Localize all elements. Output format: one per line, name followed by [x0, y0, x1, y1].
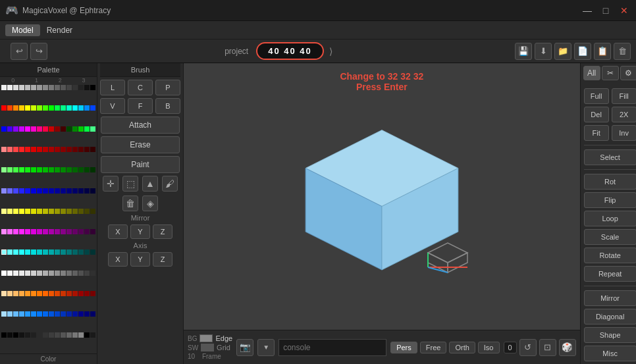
mirror-x-button[interactable]: X: [108, 224, 128, 239]
palette-cell-148[interactable]: [25, 271, 30, 276]
maximize-button[interactable]: □: [599, 4, 612, 17]
palette-cell-48[interactable]: [1, 147, 7, 152]
palette-cell-53[interactable]: [31, 147, 36, 152]
palette-cell-86[interactable]: [37, 188, 42, 194]
palette-cell-72[interactable]: [49, 167, 54, 172]
menu-model[interactable]: Model: [5, 24, 40, 36]
palette-cell-83[interactable]: [19, 188, 24, 194]
menu-render[interactable]: Render: [40, 24, 79, 36]
palette-cell-133[interactable]: [31, 249, 36, 255]
palette-cell-2[interactable]: [13, 85, 18, 90]
palette-cell-131[interactable]: [19, 249, 24, 255]
palette-cell-118[interactable]: [37, 229, 42, 234]
palette-cell-65[interactable]: [7, 167, 13, 172]
diagonal-button[interactable]: Diagonal: [584, 309, 636, 325]
palette-cell-82[interactable]: [13, 188, 18, 194]
palette-cell-56[interactable]: [49, 147, 54, 152]
open-folder-button[interactable]: 📁: [554, 43, 571, 60]
flip-button[interactable]: Flip: [584, 192, 636, 208]
palette-cell-36[interactable]: [25, 126, 30, 132]
palette-cell-170[interactable]: [61, 291, 66, 296]
palette-cell-127[interactable]: [90, 229, 95, 234]
palette-cell-178[interactable]: [13, 311, 18, 317]
palette-cell-154[interactable]: [61, 271, 66, 276]
palette-cell-198[interactable]: [37, 332, 42, 338]
palette-cell-176[interactable]: [1, 311, 7, 317]
palette-cell-203[interactable]: [66, 332, 72, 338]
palette-cell-24[interactable]: [49, 105, 54, 111]
palette-cell-121[interactable]: [55, 229, 60, 234]
palette-cell-130[interactable]: [13, 249, 18, 255]
palette-cell-15[interactable]: [90, 85, 95, 90]
palette-cell-180[interactable]: [25, 311, 30, 317]
palette-cell-196[interactable]: [25, 332, 30, 338]
palette-cell-80[interactable]: [1, 188, 7, 194]
palette-cell-49[interactable]: [7, 147, 13, 152]
palette-cell-177[interactable]: [7, 311, 13, 317]
palette-cell-20[interactable]: [25, 105, 30, 111]
palette-cell-145[interactable]: [7, 271, 13, 276]
palette-cell-64[interactable]: [1, 167, 7, 172]
palette-cell-102[interactable]: [37, 209, 42, 214]
palette-cell-70[interactable]: [37, 167, 42, 172]
save-button[interactable]: 💾: [515, 43, 532, 60]
palette-cell-195[interactable]: [19, 332, 24, 338]
palette-cell-23[interactable]: [43, 105, 48, 111]
palette-cell-132[interactable]: [25, 249, 30, 255]
loop-button[interactable]: Loop: [584, 211, 636, 226]
paint-bucket-icon[interactable]: 🖌: [162, 176, 178, 192]
palette-cell-205[interactable]: [78, 332, 84, 338]
palette-cell-190[interactable]: [84, 311, 90, 317]
palette-cell-66[interactable]: [13, 167, 18, 172]
palette-cell-108[interactable]: [72, 209, 78, 214]
palette-cell-22[interactable]: [37, 105, 42, 111]
palette-cell-91[interactable]: [66, 188, 72, 194]
palette-cell-26[interactable]: [61, 105, 66, 111]
palette-cell-89[interactable]: [55, 188, 60, 194]
brush-C[interactable]: C: [128, 80, 153, 95]
palette-cell-105[interactable]: [55, 209, 60, 214]
palette-cell-81[interactable]: [7, 188, 13, 194]
palette-cell-114[interactable]: [13, 229, 18, 234]
palette-cell-94[interactable]: [84, 188, 90, 194]
palette-cell-150[interactable]: [37, 271, 42, 276]
palette-cell-32[interactable]: [1, 126, 7, 132]
rot-button[interactable]: Rot: [584, 174, 636, 190]
palette-cell-28[interactable]: [72, 105, 78, 111]
palette-cell-13[interactable]: [78, 85, 84, 90]
palette-cell-4[interactable]: [25, 85, 30, 90]
move-icon[interactable]: ✛: [103, 176, 119, 192]
palette-cell-144[interactable]: [1, 271, 7, 276]
palette-cell-103[interactable]: [43, 209, 48, 214]
palette-cell-139[interactable]: [66, 249, 72, 255]
download-button[interactable]: ⬇: [535, 43, 552, 60]
palette-cell-77[interactable]: [78, 167, 84, 172]
palette-cell-206[interactable]: [84, 332, 90, 338]
palette-cell-85[interactable]: [31, 188, 36, 194]
bg-color-swatch[interactable]: [199, 334, 213, 342]
palette-cell-87[interactable]: [43, 188, 48, 194]
palette-cell-76[interactable]: [72, 167, 78, 172]
palette-cell-199[interactable]: [43, 332, 48, 338]
palette-cell-12[interactable]: [72, 85, 78, 90]
view-pers-button[interactable]: Pers: [390, 342, 417, 353]
palette-cell-151[interactable]: [43, 271, 48, 276]
camera-button[interactable]: 📷: [236, 339, 253, 356]
palette-cell-104[interactable]: [49, 209, 54, 214]
view-free-button[interactable]: Free: [420, 342, 447, 353]
brush-P[interactable]: P: [155, 80, 180, 95]
file-button[interactable]: 📄: [574, 43, 591, 60]
palette-cell-183[interactable]: [43, 311, 48, 317]
palette-cell-146[interactable]: [13, 271, 18, 276]
palette-cell-171[interactable]: [66, 291, 72, 296]
palette-cell-156[interactable]: [72, 271, 78, 276]
palette-cell-45[interactable]: [78, 126, 84, 132]
palette-cell-37[interactable]: [31, 126, 36, 132]
select-button[interactable]: Select: [584, 149, 636, 165]
palette-cell-125[interactable]: [78, 229, 84, 234]
palette-cell-11[interactable]: [66, 85, 72, 90]
palette-cell-188[interactable]: [72, 311, 78, 317]
palette-cell-21[interactable]: [31, 105, 36, 111]
palette-cell-128[interactable]: [1, 249, 7, 255]
palette-cell-122[interactable]: [61, 229, 66, 234]
